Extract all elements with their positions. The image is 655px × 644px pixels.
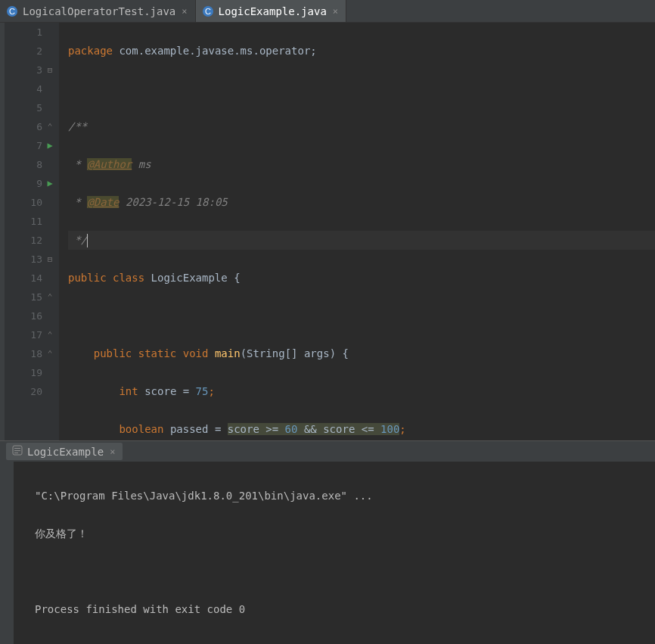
keyword: class	[107, 272, 145, 284]
java-class-icon: C	[6, 5, 18, 17]
indent	[68, 347, 94, 359]
svg-text:C: C	[205, 7, 211, 16]
console-line	[35, 562, 647, 581]
code-text: com.example.javase.ms.operator;	[113, 45, 317, 57]
fold-end-icon[interactable]: ⌃	[44, 117, 56, 136]
fold-end-icon[interactable]: ⌃	[44, 325, 56, 344]
keyword: public	[94, 347, 132, 359]
svg-rect-6	[14, 450, 20, 451]
run-config-icon	[12, 445, 23, 458]
number: 75	[196, 385, 209, 397]
comment: *	[68, 158, 87, 170]
keyword: package	[68, 45, 113, 57]
method-name: main	[208, 347, 240, 359]
javadoc-tag: @Author	[87, 158, 132, 170]
text-caret	[87, 234, 88, 247]
class-name: LogicExample	[144, 272, 234, 284]
close-icon[interactable]: ×	[180, 6, 188, 17]
fold-end-icon[interactable]: ⌃	[44, 288, 56, 306]
semicolon: ;	[208, 385, 214, 397]
console-line: 你及格了！	[35, 524, 647, 543]
close-icon[interactable]: ×	[108, 446, 116, 457]
brace: {	[234, 272, 240, 284]
keyword: public	[68, 272, 107, 284]
keyword: boolean	[119, 423, 163, 435]
console-output[interactable]: "C:\Program Files\Java\jdk1.8.0_201\bin\…	[0, 462, 655, 644]
run-gutter-icon[interactable]: ▶	[44, 174, 56, 193]
run-tab-label: LogicExample	[27, 446, 104, 458]
indent	[68, 385, 119, 397]
brace: {	[342, 347, 348, 359]
tab-logical-operator-test[interactable]: C LogicalOperatorTest.java ×	[0, 0, 196, 22]
keyword: int	[119, 385, 138, 397]
comment: ms	[132, 158, 151, 170]
code-text: passed =	[163, 423, 227, 435]
tab-label: LogicalOperatorTest.java	[23, 5, 175, 17]
fold-end-icon[interactable]: ⌃	[44, 344, 56, 363]
line-gutter: 1 2 3⊟ 4 5 6⌃ 7▶ 8 9▶ 10 11 12 13⊟ 14 15…	[5, 23, 59, 440]
console-line: Process finished with exit code 0	[35, 600, 647, 619]
comment: /**	[68, 120, 87, 132]
fold-icon[interactable]: ⊟	[44, 250, 56, 269]
code-text: score =	[138, 385, 196, 397]
comment: *	[68, 196, 87, 208]
svg-rect-5	[14, 448, 20, 449]
comment: 2023-12-15 18:05	[119, 196, 227, 208]
keyword: static	[132, 347, 176, 359]
params: (String[] args)	[241, 347, 343, 359]
indent	[68, 423, 119, 435]
close-icon[interactable]: ×	[331, 6, 340, 17]
tab-logic-example[interactable]: C LogicExample.java ×	[196, 0, 347, 22]
editor-tabs: C LogicalOperatorTest.java × C LogicExam…	[0, 0, 655, 23]
keyword: void	[176, 347, 208, 359]
semicolon: ;	[399, 423, 405, 435]
comment: */	[68, 234, 87, 246]
run-toolwindow-header: LogicExample ×	[0, 440, 655, 462]
code-editor[interactable]: 1 2 3⊟ 4 5 6⌃ 7▶ 8 9▶ 10 11 12 13⊟ 14 15…	[5, 23, 655, 440]
fold-icon[interactable]: ⊟	[44, 61, 56, 79]
console-line: "C:\Program Files\Java\jdk1.8.0_201\bin\…	[35, 487, 647, 506]
run-gutter-icon[interactable]: ▶	[44, 136, 56, 155]
java-class-icon: C	[202, 5, 214, 17]
highlighted-expr: score >= 60 && score <= 100	[228, 423, 400, 435]
code-area[interactable]: package com.example.javase.ms.operator; …	[59, 23, 655, 440]
svg-rect-7	[14, 453, 18, 453]
tab-label: LogicExample.java	[219, 5, 327, 17]
svg-text:C: C	[9, 7, 15, 16]
javadoc-tag: @Date	[87, 196, 119, 208]
run-tab[interactable]: LogicExample ×	[6, 443, 123, 460]
